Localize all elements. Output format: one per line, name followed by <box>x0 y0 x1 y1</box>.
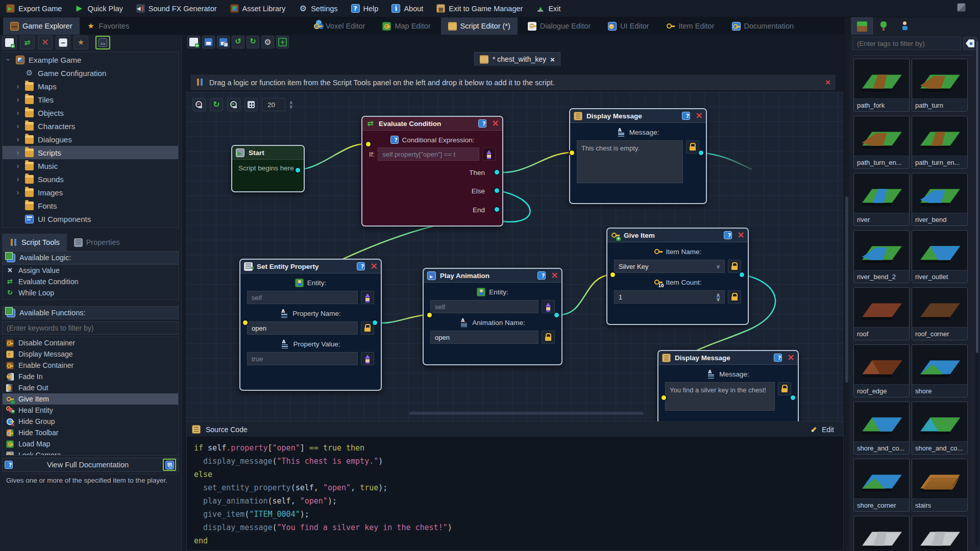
condition-input[interactable]: self.property["open"] == t <box>378 147 479 161</box>
asset-card[interactable] <box>912 516 968 551</box>
menu-item[interactable]: Help <box>351 4 379 13</box>
property-value-input[interactable]: true <box>247 352 358 365</box>
logic-item[interactable]: Evaluate Condition <box>3 276 178 287</box>
tree-item[interactable]: Maps <box>3 80 178 93</box>
tree-expand-arrow[interactable] <box>6 56 12 64</box>
node-start[interactable]: Start Script begins here <box>231 145 305 192</box>
animation-name-input[interactable]: open <box>430 331 538 344</box>
script-tools-tab[interactable]: Properties <box>67 234 127 251</box>
entity-wizard-button[interactable] <box>361 291 374 304</box>
tree-expand-arrow[interactable] <box>15 82 21 90</box>
menu-item[interactable]: Settings <box>299 4 337 13</box>
asset-card[interactable]: roof_edge <box>853 344 910 397</box>
editor-tab[interactable]: Dialogue Editor <box>521 17 598 35</box>
menu-item[interactable]: About <box>391 4 423 13</box>
tree-expand-arrow[interactable] <box>15 162 21 170</box>
entity-input[interactable]: self <box>247 291 358 304</box>
asset-card[interactable]: shore <box>912 344 968 397</box>
node-display-message-1[interactable]: Display Message Message: This chest is e… <box>569 108 707 204</box>
port-dm1-in[interactable] <box>569 149 575 156</box>
asset-card[interactable]: path_fork <box>853 59 910 112</box>
entity-input[interactable]: self <box>430 300 538 313</box>
value-wizard-button[interactable] <box>361 352 374 365</box>
port-end-out[interactable] <box>494 206 500 213</box>
close-script-tab-icon[interactable]: × <box>550 55 555 64</box>
tree-expand-arrow[interactable] <box>15 95 21 104</box>
collapse-button[interactable] <box>56 36 70 49</box>
logic-item[interactable]: Assign Value <box>3 265 178 276</box>
function-item[interactable]: Disable Container <box>3 337 178 348</box>
tree-expand-arrow[interactable] <box>15 135 21 143</box>
node-close-icon[interactable] <box>369 262 377 270</box>
port-evaluate-in[interactable] <box>365 141 372 147</box>
asset-card[interactable]: shore_and_co... <box>912 402 968 455</box>
message-textarea[interactable]: This chest is empty. <box>577 140 683 183</box>
function-item[interactable]: Enable Container <box>3 360 178 371</box>
menu-item[interactable]: Quick Play <box>75 4 122 13</box>
open-docs-button[interactable] <box>163 459 176 471</box>
function-item[interactable]: Give Item <box>3 393 178 405</box>
undo-button[interactable] <box>232 36 244 48</box>
message-textarea[interactable]: You find a silver key in the chest! <box>665 382 775 411</box>
tree-item[interactable]: Fonts <box>3 199 178 212</box>
tree-item[interactable]: Game Configuration <box>3 66 178 80</box>
function-item[interactable]: Display Message <box>3 348 178 360</box>
fit-view-button[interactable] <box>276 36 289 48</box>
asset-tab[interactable] <box>873 17 894 35</box>
grid-size-input[interactable]: 20 <box>262 98 285 111</box>
tree-item[interactable]: Dialogues <box>3 133 178 146</box>
node-help-icon[interactable] <box>682 112 690 120</box>
editor-tab[interactable]: Map Editor <box>375 17 437 35</box>
asset-card[interactable]: path_turn <box>912 59 968 112</box>
editor-tab[interactable]: Script Editor (*) <box>441 17 518 35</box>
function-item[interactable]: Lock Camera <box>3 449 178 456</box>
node-set-entity-property[interactable]: Set Entity Property Entity: self Propert… <box>239 259 382 391</box>
node-help-icon[interactable] <box>357 262 365 270</box>
port-start-out[interactable] <box>295 167 301 173</box>
function-filter-input[interactable] <box>2 321 179 335</box>
tree-item[interactable]: Objects <box>3 106 178 119</box>
node-help-icon[interactable] <box>774 354 782 362</box>
lock-button[interactable] <box>728 260 741 273</box>
canvas-horizontal-scrollbar[interactable] <box>409 412 644 415</box>
lock-button[interactable] <box>728 290 741 304</box>
source-code-text[interactable]: if self.property["open"] == true then di… <box>187 437 843 547</box>
open-script-tab[interactable]: * chest_with_key × <box>474 52 560 66</box>
asset-card[interactable]: river_outlet <box>912 230 968 283</box>
port-sep-in[interactable] <box>242 319 249 326</box>
lock-button[interactable] <box>686 140 699 154</box>
tag-filter-button[interactable] <box>963 37 977 50</box>
port-then-out[interactable] <box>494 169 500 176</box>
function-item[interactable]: Load Map <box>3 438 178 449</box>
count-stepper[interactable]: ∧∨ <box>713 293 720 301</box>
favorite-button[interactable] <box>74 36 88 49</box>
script-settings-button[interactable] <box>261 36 274 48</box>
asset-card[interactable]: path_turn_en... <box>912 116 968 169</box>
function-item[interactable]: Fade In <box>3 371 178 382</box>
tree-item[interactable]: Music <box>3 159 178 172</box>
editor-tab[interactable]: Voxel Editor <box>306 17 372 35</box>
menu-item[interactable]: Sound FX Generator <box>136 4 217 13</box>
menu-item[interactable]: Exit <box>536 4 560 13</box>
port-give-out[interactable] <box>739 271 745 278</box>
center-vertical-scrollbar[interactable] <box>844 17 849 551</box>
asset-card[interactable]: roof_corner <box>912 287 968 340</box>
menu-item[interactable]: Exit to Game Manager <box>436 4 523 13</box>
tree-expand-arrow[interactable] <box>15 148 21 157</box>
port-anim-in[interactable] <box>426 312 433 318</box>
tag-filter-input[interactable] <box>852 37 961 50</box>
expression-wizard-button[interactable] <box>482 147 496 161</box>
function-item[interactable]: Heal Entity <box>3 405 178 416</box>
item-name-dropdown[interactable]: Silver Key∨ <box>614 260 725 273</box>
editor-tab[interactable]: Item Editor <box>659 17 721 35</box>
tree-item[interactable]: Sounds <box>3 172 178 186</box>
delete-button[interactable] <box>38 36 53 49</box>
logic-item[interactable]: While Loop <box>3 287 178 298</box>
node-close-icon[interactable] <box>736 231 744 239</box>
asset-card[interactable]: roof <box>853 287 910 340</box>
new-item-button[interactable] <box>2 36 17 49</box>
node-display-message-2[interactable]: Display Message Message: You find a silv… <box>657 350 799 421</box>
zoom-in-button[interactable] <box>227 98 240 111</box>
port-sep-out[interactable] <box>372 319 378 326</box>
node-help-icon[interactable] <box>537 271 546 280</box>
